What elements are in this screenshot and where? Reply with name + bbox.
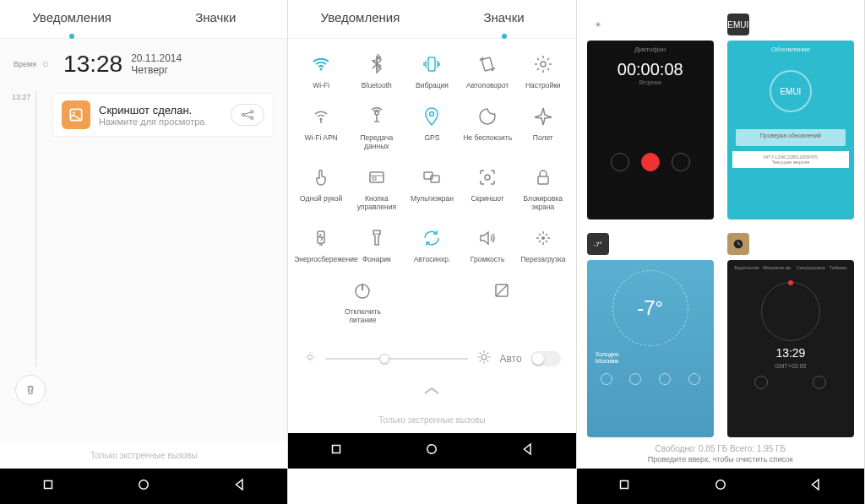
- clear-hint: Проведите вверх, чтобы очистить список: [587, 455, 854, 463]
- wifiapn-icon: [309, 105, 333, 128]
- qs-lock[interactable]: Блокировка экрана: [516, 165, 570, 211]
- rotate-icon: [476, 52, 499, 76]
- tab-icons[interactable]: Значки: [432, 0, 576, 38]
- qs-sync[interactable]: Автосинхр.: [405, 226, 459, 263]
- recent-app-dictaphone[interactable]: Диктофон Диктофон 00:00:08 Вторник: [587, 14, 714, 219]
- qs-edit[interactable]: [475, 279, 529, 324]
- nav-home[interactable]: [713, 477, 728, 496]
- qs-flight[interactable]: Полет: [516, 105, 570, 150]
- auto-brightness-label: Авто: [500, 353, 522, 365]
- svg-rect-14: [370, 172, 384, 182]
- nav-recent[interactable]: [329, 442, 344, 460]
- share-button[interactable]: [231, 104, 264, 126]
- recent-app-update[interactable]: EMUI Обновление Обновление EMUI Проверка…: [727, 14, 854, 219]
- timeline-dot: [43, 62, 48, 67]
- svg-point-12: [375, 111, 378, 115]
- qs-rotate[interactable]: Автоповорот: [460, 52, 514, 89]
- nav-home[interactable]: [136, 477, 151, 496]
- tab-notifications[interactable]: Уведомления: [0, 0, 144, 38]
- svg-point-18: [485, 175, 490, 180]
- nav-back[interactable]: [808, 477, 824, 496]
- qs-multi[interactable]: Мультиэкран: [405, 165, 459, 211]
- settings-icon: [531, 52, 555, 76]
- qs-power[interactable]: Энергосбережение: [294, 226, 348, 263]
- vol-icon: [476, 226, 499, 250]
- date-display: 20.11.2014: [131, 52, 182, 64]
- clock-label: Часы: [756, 238, 781, 250]
- multi-icon: [420, 165, 443, 189]
- screen-quicksettings: Уведомления Значки Wi-FiBluetoothВибраци…: [288, 0, 576, 504]
- tab-notifications[interactable]: Уведомления: [288, 0, 432, 38]
- weather-label: Погода: [616, 238, 650, 250]
- svg-point-3: [251, 111, 253, 113]
- qs-dnd[interactable]: Не беспокоить: [460, 105, 514, 150]
- svg-point-4: [251, 117, 253, 119]
- clock-display: 13:28: [63, 51, 122, 78]
- weekday-display: Четверг: [131, 64, 182, 76]
- qs-vibrate[interactable]: Вибрация: [405, 52, 459, 89]
- qs-btn[interactable]: Кнопка управления: [350, 165, 404, 211]
- emergency-label: Только экстренные вызовы: [0, 442, 287, 469]
- update-label: Обновление: [756, 19, 814, 30]
- svg-rect-15: [373, 177, 376, 180]
- qs-torch[interactable]: Фонарик: [350, 226, 404, 263]
- nav-back[interactable]: [520, 442, 536, 460]
- clear-all-button[interactable]: [15, 375, 46, 405]
- nav-bar: [0, 469, 287, 504]
- qs-data[interactable]: Передача данных: [350, 105, 404, 150]
- auto-brightness-toggle[interactable]: [530, 351, 561, 366]
- qs-reboot[interactable]: Перезагрузка: [516, 226, 570, 263]
- update-icon: EMUI: [727, 14, 749, 35]
- qs-wifiapn[interactable]: Wi-Fi APN: [294, 105, 348, 150]
- qs-wifi[interactable]: Wi-Fi: [294, 52, 348, 89]
- qs-bt[interactable]: Bluetooth: [350, 52, 404, 89]
- svg-point-7: [320, 68, 323, 71]
- brightness-low-icon: [303, 350, 317, 367]
- nav-recent[interactable]: [41, 477, 56, 496]
- qs-settings[interactable]: Настройки: [516, 52, 570, 89]
- screen-recents: Диктофон Диктофон 00:00:08 Вторник EMUI: [577, 0, 865, 504]
- notif-title: Скриншот сделан.: [99, 104, 231, 117]
- svg-point-21: [541, 236, 545, 240]
- back-btn: [611, 153, 629, 171]
- collapse-panel-button[interactable]: [288, 375, 575, 407]
- clock-icon: [727, 233, 749, 255]
- svg-rect-9: [481, 57, 492, 71]
- record-btn: [641, 153, 660, 171]
- notification-card[interactable]: Скриншот сделан. Нажмите для просмотра: [52, 93, 274, 137]
- shot-icon: [476, 165, 499, 189]
- power-icon: [309, 226, 333, 250]
- qs-off[interactable]: Отключить питание: [335, 279, 389, 324]
- recent-app-weather[interactable]: -7° Погода -7° Холодно Москва: [587, 233, 714, 437]
- svg-point-1: [73, 111, 75, 114]
- dictaphone-label: Диктофон: [616, 19, 662, 30]
- recent-app-clock[interactable]: Часы Будильник Мировое вр. Секундомер Та…: [727, 233, 854, 437]
- emergency-label: Только экстренные вызовы: [288, 407, 575, 433]
- tabs: Уведомления Значки: [0, 0, 287, 39]
- memory-status: Свободно: 0,85 ГБ Всего: 1,95 ГБ: [587, 444, 854, 453]
- lock-icon: [531, 165, 555, 189]
- edit-icon: [490, 279, 514, 302]
- flight-icon: [531, 105, 555, 128]
- nav-home[interactable]: [424, 442, 439, 460]
- svg-rect-5: [44, 481, 52, 489]
- brightness-slider[interactable]: [325, 358, 467, 360]
- wifi-icon: [309, 52, 333, 76]
- notification-panel: Время 13:28 20.11.2014 Четверг 13:27 Скр…: [0, 39, 287, 442]
- qs-vol[interactable]: Громкость: [460, 226, 514, 263]
- qs-gps[interactable]: GPS: [405, 105, 459, 150]
- nav-back[interactable]: [232, 477, 248, 496]
- onehand-icon: [309, 165, 333, 189]
- svg-point-24: [308, 355, 313, 359]
- qs-onehand[interactable]: Одной рукой: [294, 165, 348, 211]
- off-icon: [351, 279, 374, 302]
- qs-shot[interactable]: Скриншот: [460, 165, 514, 211]
- time-header-label: Время: [14, 60, 36, 68]
- svg-rect-26: [333, 446, 340, 453]
- tab-icons[interactable]: Значки: [144, 0, 287, 38]
- svg-point-27: [427, 445, 437, 454]
- brightness-high-icon: [476, 350, 492, 368]
- svg-point-6: [139, 480, 149, 490]
- bt-icon: [365, 52, 389, 76]
- nav-recent[interactable]: [617, 477, 632, 496]
